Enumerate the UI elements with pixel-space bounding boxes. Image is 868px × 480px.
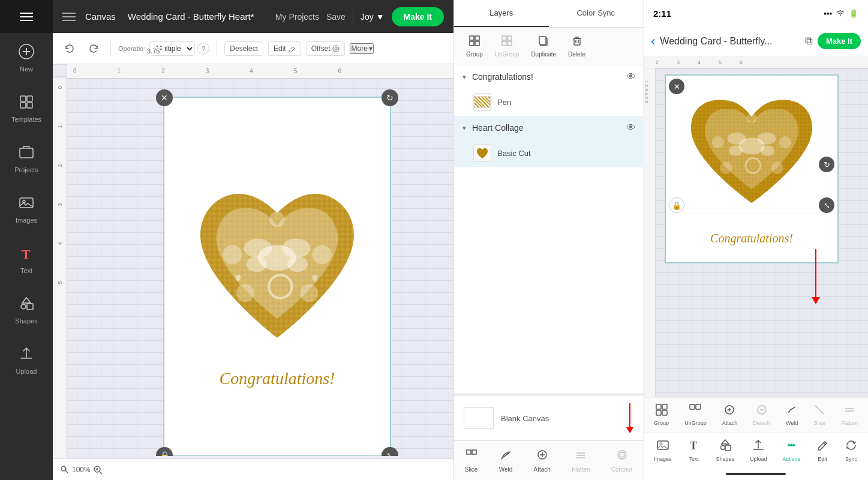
zoom-fit-icon[interactable] — [60, 465, 70, 475]
mobile-make-it-button[interactable]: Make It — [818, 33, 861, 49]
zoom-controls: 100% — [60, 465, 103, 475]
mobile-rotate-handle[interactable]: ↻ — [819, 157, 834, 172]
design-card[interactable]: ✕ ↻ 🔒 ⤡ — [163, 97, 391, 456]
mobile-time: 2:11 — [653, 8, 671, 19]
attach-button[interactable]: Attach — [529, 446, 555, 475]
tab-layers[interactable]: Layers — [454, 0, 549, 27]
handle-lock[interactable]: 🔒 — [156, 447, 173, 456]
mobile-slice-button[interactable]: Slice — [810, 401, 829, 428]
slice-button[interactable]: Slice — [460, 446, 483, 475]
mobile-ungroup-button[interactable]: UnGroup — [681, 401, 710, 428]
layer-group-heart-collage: ▼ Heart Collage 👁 Basic Cut — [454, 116, 643, 167]
handle-resize[interactable]: ⤡ — [382, 447, 398, 456]
mobile-back-button[interactable]: ‹ — [651, 34, 655, 49]
slice-icon — [465, 448, 478, 464]
heart-svg — [181, 165, 373, 357]
mobile-attach-button[interactable]: Attach — [719, 401, 741, 428]
zoom-in-icon[interactable] — [93, 465, 103, 475]
svg-rect-3 — [20, 96, 26, 101]
visibility-icon[interactable]: 👁 — [626, 122, 636, 133]
my-projects-button[interactable]: My Projects — [275, 12, 319, 22]
mobile-actions-button[interactable]: Actions — [779, 436, 804, 464]
mobile-images-button[interactable]: Images — [650, 436, 675, 464]
handle-close[interactable]: ✕ — [156, 89, 173, 106]
pen-thumbnail — [473, 93, 491, 111]
offset-button[interactable]: Offset — [306, 41, 346, 56]
svg-rect-74 — [690, 404, 695, 409]
svg-text:T: T — [690, 440, 697, 452]
templates-label: Templates — [11, 116, 41, 123]
mobile-flatten-button[interactable]: Flatten — [837, 401, 861, 428]
mobile-resize-handle[interactable]: ⤡ — [819, 197, 834, 213]
mobile-close-handle[interactable]: ✕ — [669, 79, 684, 94]
sidebar-item-templates[interactable]: Templates — [2, 85, 50, 133]
svg-marker-89 — [722, 440, 729, 444]
mobile-upload-button[interactable]: Upload — [746, 436, 771, 464]
visibility-icon[interactable]: 👁 — [626, 71, 636, 82]
topbar-menu-icon[interactable] — [62, 13, 76, 21]
redo-button[interactable] — [84, 39, 103, 58]
plus-icon — [19, 44, 34, 63]
mobile-text-button[interactable]: T Text — [683, 436, 704, 464]
mobile-ruler-horizontal: 2 3 4 5 6 — [644, 56, 868, 68]
group-button[interactable]: Group — [461, 32, 488, 60]
sidebar-item-shapes[interactable]: Shapes — [2, 286, 50, 334]
sidebar-item-text[interactable]: T Text — [2, 236, 50, 284]
mobile-group-icon — [656, 404, 668, 419]
sidebar-item-projects[interactable]: Projects — [2, 135, 50, 183]
deselect-button[interactable]: Deselect — [224, 41, 263, 56]
group-icon — [468, 35, 480, 50]
undo-button[interactable] — [60, 39, 79, 58]
mobile-group-button[interactable]: Group — [650, 401, 672, 428]
user-menu-button[interactable]: Joy ▼ — [361, 12, 385, 22]
menu-icon[interactable] — [20, 13, 33, 21]
text-icon: T — [19, 245, 34, 265]
basic-cut-thumbnail — [473, 144, 491, 162]
mobile-design-card[interactable]: ✕ ↻ — [665, 74, 839, 263]
user-chevron-icon: ▼ — [376, 12, 385, 22]
mobile-weld-button[interactable]: Weld — [782, 401, 801, 428]
expand-arrow: ▼ — [461, 74, 467, 80]
group-name: Heart Collage — [472, 123, 621, 133]
edit-button[interactable]: Edit — [268, 41, 301, 56]
svg-rect-73 — [662, 410, 667, 415]
layer-group-header-congratulations[interactable]: ▼ Congratulations! 👁 — [454, 65, 643, 88]
duplicate-button[interactable]: Duplicate — [526, 32, 561, 60]
save-button[interactable]: Save — [326, 12, 346, 22]
mobile-shapes-button[interactable]: Shapes — [712, 436, 738, 464]
mobile-edit-button[interactable]: Edit — [812, 436, 833, 464]
user-name: Joy — [361, 12, 374, 22]
templates-icon — [19, 94, 34, 113]
make-it-button[interactable]: Make It — [392, 7, 444, 26]
mobile-attach-icon — [723, 404, 735, 419]
layer-item-basic-cut[interactable]: Basic Cut — [454, 139, 643, 167]
svg-point-22 — [223, 245, 242, 264]
contour-button[interactable]: Contour — [606, 446, 638, 475]
ungroup-button[interactable]: UnGroup — [490, 32, 524, 60]
weld-button[interactable]: Weld — [494, 446, 518, 475]
sidebar-item-images[interactable]: Images — [2, 185, 50, 233]
layers-toolbar: Group UnGroup Duplicate Delete — [454, 28, 643, 65]
delete-button[interactable]: Delete — [563, 32, 590, 60]
sidebar-header — [0, 0, 53, 33]
tab-color-sync[interactable]: Color Sync — [549, 0, 644, 27]
layer-item-pen[interactable]: Pen — [454, 88, 643, 116]
mobile-congrats-text: Congratulations! — [710, 232, 793, 245]
svg-rect-7 — [20, 148, 33, 158]
mobile-lock-handle[interactable]: 🔒 — [669, 197, 684, 213]
delete-icon — [571, 35, 583, 50]
sidebar-item-new[interactable]: New — [2, 34, 50, 82]
shapes-label: Shapes — [15, 317, 37, 325]
more-button[interactable]: More ▾ — [350, 43, 373, 54]
operation-help-button[interactable]: ? — [197, 43, 209, 55]
handle-rotate[interactable]: ↻ — [382, 89, 398, 106]
mobile-copy-icon[interactable]: ⧉ — [805, 35, 813, 47]
mobile-sync-button[interactable]: Sync — [841, 436, 861, 464]
flatten-button[interactable]: Flatten — [567, 446, 595, 475]
sidebar-item-upload[interactable]: Upload — [2, 337, 50, 385]
layers-bottom-toolbar: Slice Weld Attach Flatten Contour — [454, 440, 643, 480]
blank-canvas-row: Blank Canvas — [454, 395, 643, 440]
mobile-detach-button[interactable]: Detach — [749, 401, 774, 428]
layer-group-header-heart-collage[interactable]: ▼ Heart Collage 👁 — [454, 116, 643, 139]
svg-point-19 — [283, 239, 311, 258]
